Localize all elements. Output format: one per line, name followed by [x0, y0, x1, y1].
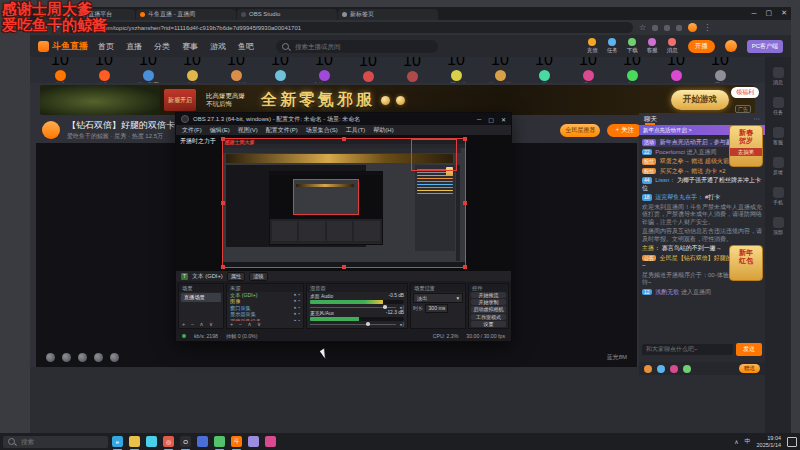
nav-item[interactable]: 赛事: [182, 41, 198, 52]
benefit-pill-widget[interactable]: 领福利: [731, 87, 759, 98]
source-item[interactable]: 视频采集设备 ● ▪: [227, 318, 303, 321]
browser-menu-icon[interactable]: ⋮: [703, 24, 711, 32]
go-live-button[interactable]: 开播: [688, 40, 715, 53]
chat-username[interactable]: Lissn：: [655, 177, 675, 183]
category-item[interactable]: 10 英雄联盟: [126, 57, 170, 83]
header-action[interactable]: 消息: [667, 38, 678, 54]
bookmark-star-icon[interactable]: ☆: [639, 24, 646, 32]
send-gift-button[interactable]: 赠送: [739, 364, 760, 373]
gift-icon[interactable]: [62, 353, 71, 362]
taskbar-app-icon[interactable]: ◎: [163, 436, 174, 447]
chat-message[interactable]: 欢迎来到直播间！斗鱼严禁未成年人直播或充值打赏，严禁诱导未成年人消费，请谨防网络…: [642, 204, 762, 227]
nav-item[interactable]: 分类: [154, 41, 170, 52]
maximize-button[interactable]: ▢: [766, 9, 773, 17]
taskbar-app-icon[interactable]: [248, 436, 259, 447]
category-item[interactable]: 10 二次元: [654, 57, 698, 83]
user-avatar[interactable]: [725, 40, 737, 52]
nav-item[interactable]: 首页: [98, 41, 114, 52]
chat-message[interactable]: 直播间内容及互动信息若含违法违规内容，请及时举报。文明观看，理性消费。: [642, 228, 762, 243]
streamer-avatar[interactable]: [42, 121, 60, 139]
nav-item[interactable]: 鱼吧: [238, 41, 254, 52]
browser-tab[interactable]: 新标签页: [338, 9, 438, 20]
gift-icon[interactable]: [683, 365, 691, 373]
close-button[interactable]: ✕: [781, 9, 787, 17]
obs-maximize-button[interactable]: ▢: [488, 116, 494, 123]
volume-slider[interactable]: ●): [310, 322, 404, 326]
obs-menu-item[interactable]: 文件(F): [182, 126, 202, 135]
taskbar-app-icon[interactable]: O: [180, 436, 191, 447]
red-packet-widget[interactable]: 新年红包: [729, 245, 763, 281]
notification-center-icon[interactable]: [787, 437, 797, 447]
gift-icon[interactable]: [644, 365, 652, 373]
transition-select[interactable]: 淡出 ▾: [413, 293, 463, 303]
taskbar-search-box[interactable]: [3, 436, 108, 448]
taskbar-app-icon[interactable]: 斗: [231, 436, 242, 447]
obs-control-button[interactable]: 开始推流: [471, 292, 506, 298]
taskbar-search-input[interactable]: [19, 437, 103, 446]
taskbar-app-icon[interactable]: [265, 436, 276, 447]
nav-item[interactable]: 游戏: [210, 41, 226, 52]
gift-icon[interactable]: [670, 365, 678, 373]
header-action[interactable]: 下载: [627, 38, 638, 54]
new-year-widget[interactable]: 新春贺岁 去抽奖: [729, 125, 763, 167]
rail-item[interactable]: 任务: [773, 97, 784, 115]
taskbar-app-icon[interactable]: [197, 436, 208, 447]
category-item[interactable]: 10 一起看: [522, 57, 566, 83]
chat-username[interactable]: 买买之拳→: [660, 168, 690, 174]
category-item[interactable]: 10 王者荣耀: [170, 57, 214, 83]
extension-icon[interactable]: [676, 25, 682, 31]
obs-menu-item[interactable]: 视图(V): [238, 126, 258, 135]
header-action[interactable]: 客服: [647, 38, 658, 54]
sources-toolbar[interactable]: + − ∧ ∨: [227, 321, 303, 328]
gift-icon[interactable]: [78, 353, 87, 362]
taskbar-app-icon[interactable]: [146, 436, 157, 447]
obs-control-button[interactable]: 开始录制: [471, 299, 506, 305]
chat-message[interactable]: 12 浅酌无歌 进入直播间: [642, 289, 762, 297]
duration-field[interactable]: 300 ms: [425, 304, 448, 313]
browser-tab[interactable]: 斗鱼直播 - 直播间: [136, 9, 236, 20]
obs-menu-item[interactable]: 帮助(H): [373, 126, 393, 135]
selection-handle[interactable]: [463, 201, 467, 205]
ad-banner[interactable]: 新服开启 比高爆更高爆 不玩后悔 全新零氪邪服 开始游戏 ✕ 广告: [40, 85, 755, 115]
obs-title-bar[interactable]: OBS 27.1.3 (64-bit, windows) - 配置文件: 未命名…: [176, 113, 511, 125]
obs-menu-item[interactable]: 编辑(E): [210, 126, 230, 135]
volume-slider[interactable]: ●): [310, 305, 404, 309]
selection-handle[interactable]: [221, 265, 225, 269]
obs-close-button[interactable]: ✕: [501, 116, 506, 123]
widget-button[interactable]: 去抽奖: [730, 148, 762, 156]
scenes-toolbar[interactable]: + − ∧ ∨: [179, 321, 223, 328]
extension-icon[interactable]: [652, 25, 658, 31]
lock-icon[interactable]: ▪: [298, 318, 300, 321]
chat-username[interactable]: 运完帮鱼丸在手：: [655, 194, 703, 200]
chat-message[interactable]: 44 Lissn： 为椰子强开通了粉丝牌并冲上卡位: [642, 177, 762, 192]
chat-username[interactable]: 浅酌无歌: [655, 289, 679, 295]
extension-icon[interactable]: [664, 25, 670, 31]
category-item[interactable]: 10 DOTA2: [390, 57, 434, 83]
obs-preview-canvas[interactable]: 开播时之力于 感谢士周大爹: [176, 135, 511, 271]
slider-knob[interactable]: [366, 322, 370, 326]
chat-message[interactable]: 18 运完帮鱼丸在手： #打卡: [642, 194, 762, 202]
category-item[interactable]: 10 云顶之弈: [434, 57, 478, 83]
tray-expand-icon[interactable]: ∧: [734, 438, 738, 445]
header-action[interactable]: 充值: [587, 38, 598, 54]
chat-username[interactable]: Pocerlomci: [655, 149, 685, 155]
url-field[interactable]: douyu.com/topic/yxzhanshen?rid=11116d4f-…: [66, 22, 633, 33]
chat-message[interactable]: 粉丝 买买之拳→ 赠送 办卡 ×2: [642, 168, 762, 176]
speaker-icon[interactable]: ●): [400, 305, 404, 310]
ad-play-button[interactable]: 开始游戏: [671, 90, 729, 110]
obs-menu-item[interactable]: 配置文件(P): [266, 126, 298, 135]
douyu-search-box[interactable]: [276, 40, 438, 53]
chat-input[interactable]: [642, 344, 733, 355]
chat-username[interactable]: 双蛋之拳→: [660, 158, 690, 164]
source-selection-border[interactable]: [222, 138, 466, 268]
source-filters-button[interactable]: 滤镜: [249, 272, 267, 281]
source-properties-button[interactable]: 属性: [227, 272, 245, 281]
send-button[interactable]: 发送: [736, 343, 762, 356]
visibility-icon[interactable]: ●: [294, 318, 297, 321]
taskbar-clock[interactable]: 19:04 2025/1/14: [757, 435, 781, 448]
category-item[interactable]: 10 关注: [38, 57, 82, 83]
obs-menu-item[interactable]: 工具(T): [346, 126, 366, 135]
minimize-button[interactable]: ─: [752, 10, 757, 17]
chat-more-icon[interactable]: ⋯: [754, 115, 761, 123]
category-item[interactable]: 10 CS:GO: [346, 57, 390, 83]
